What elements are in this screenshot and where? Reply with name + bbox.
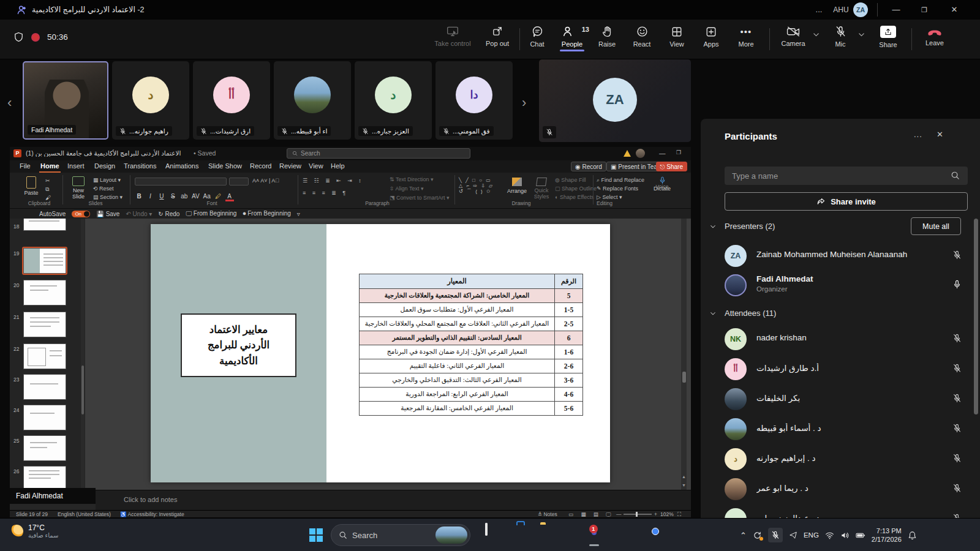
save-button[interactable]: 💾 Save — [96, 211, 119, 217]
grow-font-button[interactable]: A˄ A˅ | A⃠ — [252, 178, 279, 184]
align-text-button[interactable]: ⇳ Align Text ▾ — [390, 186, 423, 192]
zoom-in-button[interactable]: + — [654, 511, 657, 517]
tab-insert[interactable]: Insert — [66, 160, 86, 173]
panel-scrollbar[interactable] — [974, 219, 978, 414]
mic-muted-icon[interactable] — [952, 424, 962, 433]
strikethrough-button[interactable]: S — [168, 193, 177, 200]
ppt-saved-state[interactable]: • Saved — [194, 149, 216, 157]
layout-button[interactable]: ▦ Layout ▾ — [93, 177, 121, 183]
send-cursor-icon[interactable] — [789, 531, 797, 539]
slide-thumbnail-21[interactable] — [23, 312, 66, 337]
mic-muted-icon[interactable] — [952, 334, 962, 343]
presenter-video-overlay[interactable]: Fadi Alhmedat ▾ — [10, 488, 96, 504]
restore-button[interactable]: ❐ — [910, 0, 938, 20]
redo-button[interactable]: ↻ Redo — [158, 211, 179, 217]
tray-mic-muted-icon[interactable] — [768, 528, 783, 542]
mic-muted-icon[interactable] — [952, 250, 962, 260]
share-button[interactable]: Share — [871, 24, 905, 55]
mic-muted-icon[interactable] — [952, 394, 962, 403]
tab-slideshow[interactable]: Slide Show — [207, 160, 243, 173]
video-tile[interactable]: ...اء أبو قبيطه — [274, 61, 351, 140]
attendees-collapse-chevron[interactable] — [709, 310, 717, 317]
slide-thumbnail-22[interactable] — [23, 343, 66, 369]
video-tile[interactable]: د ...راهيم جوارنه — [112, 61, 189, 140]
replace-fonts-button[interactable]: ✎ Replace Fonts — [597, 186, 638, 192]
ppt-account-avatar[interactable] — [636, 149, 645, 158]
char-spacing-button[interactable]: AV — [191, 193, 200, 200]
participant-row[interactable]: أأ أ.د طارق ارشيدات — [715, 354, 968, 384]
shape-fill-button[interactable]: ◍ Shape Fill — [555, 177, 586, 183]
mic-options-chevron[interactable] — [858, 31, 865, 39]
shape-outline-button[interactable]: ▢ Shape Outline — [555, 186, 597, 192]
quick-styles-button[interactable]: Quick Styles — [530, 178, 552, 200]
fit-slide-button[interactable]: ⛶ — [677, 511, 681, 517]
ppt-restore-button[interactable]: ❐ — [676, 149, 681, 156]
task-view-button[interactable] — [475, 524, 497, 546]
change-case-button[interactable]: Aa — [203, 193, 211, 200]
tray-expand-chevron[interactable]: ⌃ — [740, 531, 747, 540]
slide-canvas[interactable]: معايير الاعتماد الأردني للبرامج الأكاديم… — [151, 224, 610, 482]
edge-browser-button[interactable] — [610, 524, 632, 546]
share-invite-button[interactable]: Share invite — [725, 192, 968, 211]
paste-button[interactable]: Paste — [21, 176, 42, 196]
scroll-up-arrow[interactable]: ▲ — [682, 474, 686, 479]
undo-button[interactable]: ↶ Undo ▾ — [126, 211, 152, 217]
video-tile[interactable]: د ...العزيز جباره — [355, 61, 432, 140]
align-buttons[interactable]: ≡ ≡ ≡ ≣ ¶ — [303, 190, 348, 196]
camera-options-chevron[interactable] — [812, 31, 820, 39]
ppt-share-button2[interactable]: ⎋ Share — [656, 162, 687, 171]
from-beginning-button[interactable]: 🖵 From Beginning — [186, 210, 236, 217]
participant-row[interactable]: NK nader krishan — [715, 324, 968, 354]
slide-thumbnail-23[interactable] — [23, 374, 66, 400]
slide-title-textbox[interactable]: معايير الاعتماد الأردني للبرامج الأكاديم… — [181, 313, 296, 377]
video-tile[interactable]: أأ ...ارق ارشيدات — [193, 61, 270, 140]
taskbar-search[interactable]: Search — [331, 524, 470, 546]
underline-button[interactable]: U — [157, 193, 166, 200]
warning-icon[interactable] — [624, 150, 631, 157]
pop-out-button[interactable]: Pop out — [479, 24, 516, 55]
ppt-search-box[interactable]: Search — [287, 148, 470, 159]
video-tile-fadi[interactable]: Fadi Alhmedat — [23, 61, 108, 140]
tab-animations[interactable]: Animations — [164, 160, 200, 173]
tab-help[interactable]: Help — [330, 160, 346, 173]
video-tile-large[interactable]: ZA — [539, 59, 691, 142]
slide-thumbnail-25[interactable] — [23, 435, 66, 461]
slide-thumbnail-20[interactable] — [23, 280, 66, 305]
tab-view[interactable]: View — [307, 160, 325, 173]
bold-button[interactable]: B — [135, 193, 143, 200]
tab-review[interactable]: Review — [278, 160, 303, 173]
take-control-button[interactable]: Take control — [429, 24, 477, 55]
panel-close-button[interactable]: ✕ — [937, 130, 943, 139]
participant-row[interactable]: ZA Zainab Mohammed Muheisen Alanaanah — [715, 241, 968, 271]
view-button[interactable]: View — [662, 24, 692, 55]
designer-app-button[interactable] — [556, 524, 578, 546]
italic-button[interactable]: I — [146, 193, 154, 200]
mic-on-icon[interactable] — [952, 280, 962, 289]
reset-button[interactable]: ⟲ Reset — [93, 186, 114, 192]
participant-row[interactable]: د د . إبراهيم جوارنه — [715, 444, 968, 474]
new-slide-button[interactable]: New Slide — [66, 176, 91, 200]
clock[interactable]: 7:13 PM2/17/2026 — [872, 527, 902, 544]
camera-button[interactable]: Camera — [774, 24, 812, 55]
account-avatar[interactable]: ZA — [853, 2, 868, 17]
weather-widget[interactable]: 17°C سماء صافية — [10, 523, 58, 539]
notes-toggle[interactable]: ≜ Notes — [538, 511, 557, 517]
participant-row[interactable]: Fadi Alhmedat Organizer — [715, 271, 968, 300]
notification-bell-icon[interactable] — [908, 531, 917, 540]
arrange-button[interactable]: Arrange — [505, 178, 529, 194]
react-button[interactable]: React — [626, 24, 658, 55]
battery-icon[interactable] — [856, 531, 865, 540]
find-replace-button[interactable]: ⌕ Find and Replace — [597, 177, 644, 184]
more-button[interactable]: ••• More — [730, 24, 762, 55]
font-size-select[interactable] — [229, 178, 249, 186]
close-button[interactable]: ✕ — [938, 0, 970, 20]
list-buttons[interactable]: ☰ ☷ ≣ ⇤ ⇥ ↕ — [303, 178, 364, 184]
accessibility-status[interactable]: ♿ Accessibility: Investigate — [120, 511, 184, 517]
zoom-out-button[interactable]: — — [616, 511, 622, 517]
view-switcher-buttons[interactable]: ▭ ▦ ▤ 🖵 — [568, 511, 614, 517]
raise-hand-button[interactable]: Raise — [592, 24, 622, 55]
zoom-slider[interactable] — [624, 514, 652, 515]
thumbnail-scrollbar[interactable] — [81, 219, 85, 490]
microsoft-store-button[interactable] — [502, 524, 524, 546]
participant-search-input[interactable] — [725, 167, 968, 185]
